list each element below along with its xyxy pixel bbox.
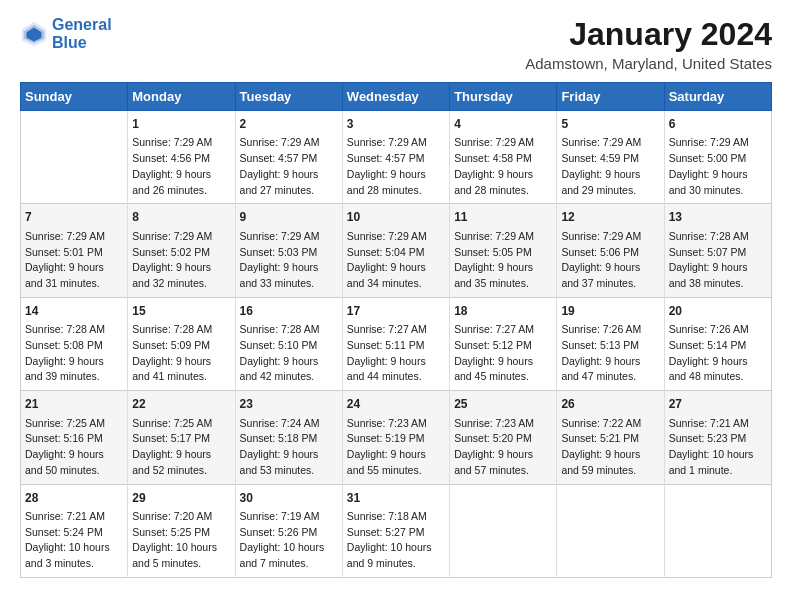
day-cell: 22Sunrise: 7:25 AMSunset: 5:17 PMDayligh… (128, 391, 235, 484)
day-number: 12 (561, 209, 659, 226)
day-number: 24 (347, 396, 445, 413)
day-number: 8 (132, 209, 230, 226)
day-cell: 24Sunrise: 7:23 AMSunset: 5:19 PMDayligh… (342, 391, 449, 484)
day-info: Sunrise: 7:24 AMSunset: 5:18 PMDaylight:… (240, 416, 338, 479)
day-info: Sunrise: 7:29 AMSunset: 5:02 PMDaylight:… (132, 229, 230, 292)
day-cell: 26Sunrise: 7:22 AMSunset: 5:21 PMDayligh… (557, 391, 664, 484)
day-info: Sunrise: 7:29 AMSunset: 5:06 PMDaylight:… (561, 229, 659, 292)
day-info: Sunrise: 7:29 AMSunset: 4:58 PMDaylight:… (454, 135, 552, 198)
day-info: Sunrise: 7:29 AMSunset: 4:57 PMDaylight:… (347, 135, 445, 198)
day-cell: 7Sunrise: 7:29 AMSunset: 5:01 PMDaylight… (21, 204, 128, 297)
day-header-thursday: Thursday (450, 83, 557, 111)
day-number: 11 (454, 209, 552, 226)
day-number: 7 (25, 209, 123, 226)
day-number: 9 (240, 209, 338, 226)
week-row-5: 28Sunrise: 7:21 AMSunset: 5:24 PMDayligh… (21, 484, 772, 577)
day-cell: 8Sunrise: 7:29 AMSunset: 5:02 PMDaylight… (128, 204, 235, 297)
day-info: Sunrise: 7:26 AMSunset: 5:13 PMDaylight:… (561, 322, 659, 385)
day-cell: 5Sunrise: 7:29 AMSunset: 4:59 PMDaylight… (557, 111, 664, 204)
day-number: 1 (132, 116, 230, 133)
day-info: Sunrise: 7:28 AMSunset: 5:07 PMDaylight:… (669, 229, 767, 292)
day-info: Sunrise: 7:22 AMSunset: 5:21 PMDaylight:… (561, 416, 659, 479)
day-cell: 31Sunrise: 7:18 AMSunset: 5:27 PMDayligh… (342, 484, 449, 577)
day-info: Sunrise: 7:28 AMSunset: 5:08 PMDaylight:… (25, 322, 123, 385)
day-cell: 16Sunrise: 7:28 AMSunset: 5:10 PMDayligh… (235, 297, 342, 390)
day-cell: 4Sunrise: 7:29 AMSunset: 4:58 PMDaylight… (450, 111, 557, 204)
day-info: Sunrise: 7:23 AMSunset: 5:20 PMDaylight:… (454, 416, 552, 479)
day-cell: 28Sunrise: 7:21 AMSunset: 5:24 PMDayligh… (21, 484, 128, 577)
day-info: Sunrise: 7:29 AMSunset: 5:03 PMDaylight:… (240, 229, 338, 292)
week-row-4: 21Sunrise: 7:25 AMSunset: 5:16 PMDayligh… (21, 391, 772, 484)
day-info: Sunrise: 7:29 AMSunset: 5:05 PMDaylight:… (454, 229, 552, 292)
week-row-3: 14Sunrise: 7:28 AMSunset: 5:08 PMDayligh… (21, 297, 772, 390)
day-info: Sunrise: 7:26 AMSunset: 5:14 PMDaylight:… (669, 322, 767, 385)
logo-text: General Blue (52, 16, 112, 52)
day-cell: 9Sunrise: 7:29 AMSunset: 5:03 PMDaylight… (235, 204, 342, 297)
day-cell: 27Sunrise: 7:21 AMSunset: 5:23 PMDayligh… (664, 391, 771, 484)
day-cell: 23Sunrise: 7:24 AMSunset: 5:18 PMDayligh… (235, 391, 342, 484)
day-number: 27 (669, 396, 767, 413)
day-number: 26 (561, 396, 659, 413)
day-info: Sunrise: 7:21 AMSunset: 5:24 PMDaylight:… (25, 509, 123, 572)
day-number: 30 (240, 490, 338, 507)
day-info: Sunrise: 7:25 AMSunset: 5:17 PMDaylight:… (132, 416, 230, 479)
day-header-saturday: Saturday (664, 83, 771, 111)
day-header-tuesday: Tuesday (235, 83, 342, 111)
day-number: 6 (669, 116, 767, 133)
day-info: Sunrise: 7:28 AMSunset: 5:09 PMDaylight:… (132, 322, 230, 385)
day-number: 17 (347, 303, 445, 320)
day-cell: 18Sunrise: 7:27 AMSunset: 5:12 PMDayligh… (450, 297, 557, 390)
day-header-wednesday: Wednesday (342, 83, 449, 111)
day-cell: 10Sunrise: 7:29 AMSunset: 5:04 PMDayligh… (342, 204, 449, 297)
day-info: Sunrise: 7:28 AMSunset: 5:10 PMDaylight:… (240, 322, 338, 385)
day-info: Sunrise: 7:29 AMSunset: 4:59 PMDaylight:… (561, 135, 659, 198)
day-info: Sunrise: 7:19 AMSunset: 5:26 PMDaylight:… (240, 509, 338, 572)
day-info: Sunrise: 7:23 AMSunset: 5:19 PMDaylight:… (347, 416, 445, 479)
day-number: 15 (132, 303, 230, 320)
day-info: Sunrise: 7:29 AMSunset: 4:56 PMDaylight:… (132, 135, 230, 198)
day-cell: 29Sunrise: 7:20 AMSunset: 5:25 PMDayligh… (128, 484, 235, 577)
logo: General Blue (20, 16, 112, 52)
day-number: 28 (25, 490, 123, 507)
day-cell: 20Sunrise: 7:26 AMSunset: 5:14 PMDayligh… (664, 297, 771, 390)
day-cell: 30Sunrise: 7:19 AMSunset: 5:26 PMDayligh… (235, 484, 342, 577)
day-info: Sunrise: 7:29 AMSunset: 4:57 PMDaylight:… (240, 135, 338, 198)
day-number: 31 (347, 490, 445, 507)
day-cell: 11Sunrise: 7:29 AMSunset: 5:05 PMDayligh… (450, 204, 557, 297)
calendar-header: SundayMondayTuesdayWednesdayThursdayFrid… (21, 83, 772, 111)
day-header-sunday: Sunday (21, 83, 128, 111)
day-number: 20 (669, 303, 767, 320)
day-number: 14 (25, 303, 123, 320)
month-title: January 2024 (525, 16, 772, 53)
day-cell (664, 484, 771, 577)
day-cell: 19Sunrise: 7:26 AMSunset: 5:13 PMDayligh… (557, 297, 664, 390)
day-cell (450, 484, 557, 577)
day-number: 29 (132, 490, 230, 507)
day-cell: 6Sunrise: 7:29 AMSunset: 5:00 PMDaylight… (664, 111, 771, 204)
day-cell: 14Sunrise: 7:28 AMSunset: 5:08 PMDayligh… (21, 297, 128, 390)
day-cell: 13Sunrise: 7:28 AMSunset: 5:07 PMDayligh… (664, 204, 771, 297)
day-info: Sunrise: 7:20 AMSunset: 5:25 PMDaylight:… (132, 509, 230, 572)
day-cell: 25Sunrise: 7:23 AMSunset: 5:20 PMDayligh… (450, 391, 557, 484)
week-row-1: 1Sunrise: 7:29 AMSunset: 4:56 PMDaylight… (21, 111, 772, 204)
title-block: January 2024 Adamstown, Maryland, United… (525, 16, 772, 72)
day-cell (21, 111, 128, 204)
day-cell: 12Sunrise: 7:29 AMSunset: 5:06 PMDayligh… (557, 204, 664, 297)
day-info: Sunrise: 7:27 AMSunset: 5:12 PMDaylight:… (454, 322, 552, 385)
day-number: 22 (132, 396, 230, 413)
calendar-table: SundayMondayTuesdayWednesdayThursdayFrid… (20, 82, 772, 578)
location: Adamstown, Maryland, United States (525, 55, 772, 72)
week-row-2: 7Sunrise: 7:29 AMSunset: 5:01 PMDaylight… (21, 204, 772, 297)
day-number: 5 (561, 116, 659, 133)
day-number: 4 (454, 116, 552, 133)
day-info: Sunrise: 7:21 AMSunset: 5:23 PMDaylight:… (669, 416, 767, 479)
day-cell: 17Sunrise: 7:27 AMSunset: 5:11 PMDayligh… (342, 297, 449, 390)
calendar-body: 1Sunrise: 7:29 AMSunset: 4:56 PMDaylight… (21, 111, 772, 578)
day-cell: 2Sunrise: 7:29 AMSunset: 4:57 PMDaylight… (235, 111, 342, 204)
day-cell: 15Sunrise: 7:28 AMSunset: 5:09 PMDayligh… (128, 297, 235, 390)
day-info: Sunrise: 7:29 AMSunset: 5:04 PMDaylight:… (347, 229, 445, 292)
day-number: 18 (454, 303, 552, 320)
day-cell: 21Sunrise: 7:25 AMSunset: 5:16 PMDayligh… (21, 391, 128, 484)
page-header: General Blue January 2024 Adamstown, Mar… (20, 16, 772, 72)
day-number: 16 (240, 303, 338, 320)
